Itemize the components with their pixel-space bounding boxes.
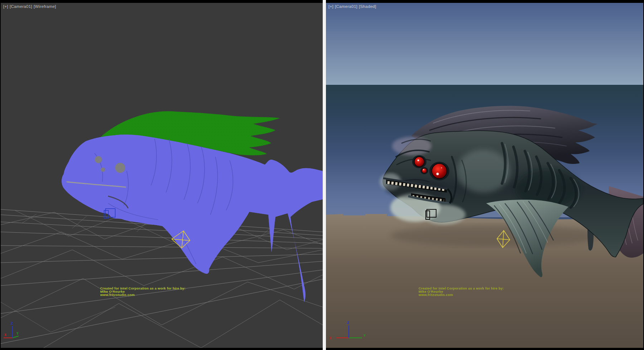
axis-y-label: Y	[364, 334, 366, 338]
ground-grid-wireframe	[1, 209, 323, 348]
viewport-shading-menu[interactable]: [Wireframe]	[34, 4, 56, 9]
wireframe-scene-canvas[interactable]: Created for Intel Corporation as a work …	[1, 3, 323, 348]
shaded-scene-canvas[interactable]: Created for Intel Corporation as a work …	[326, 3, 643, 348]
fish-shadow	[390, 225, 605, 246]
viewport-general-menu[interactable]: [+]	[3, 4, 8, 9]
axis-z-label: Z	[347, 321, 349, 325]
axis-z-label: Z	[11, 322, 13, 326]
axis-y-label: Y	[16, 332, 19, 336]
eye-medium	[414, 157, 424, 167]
scene-watermark: Created for Intel Corporation as a work …	[100, 286, 185, 297]
viewport-pov-menu[interactable]: [Camera01]	[10, 4, 32, 9]
world-axis-tripod: X Y Z	[4, 322, 19, 338]
viewport-wireframe[interactable]: Created for Intel Corporation as a work …	[1, 3, 323, 348]
eye-small	[422, 168, 427, 173]
axis-x-label: X	[4, 333, 6, 337]
svg-text:www.fritzstudio.com: www.fritzstudio.com	[100, 293, 135, 297]
viewport-shading-menu[interactable]: [Shaded]	[359, 4, 376, 9]
viewport-pov-menu[interactable]: [Camera01]	[335, 4, 357, 9]
viewport-shaded[interactable]: Created for Intel Corporation as a work …	[326, 3, 643, 348]
fish-body-wireframe[interactable]	[62, 135, 323, 302]
axis-x-label: X	[330, 336, 332, 340]
svg-text:www.fritzstudio.com: www.fritzstudio.com	[418, 293, 453, 297]
eye-large	[432, 164, 447, 179]
viewport-general-menu[interactable]: [+]	[328, 4, 333, 9]
viewport-label-right: [+] [Camera01] [Shaded]	[328, 4, 376, 9]
sky-gradient	[326, 3, 643, 85]
viewport-label-left: [+] [Camera01] [Wireframe]	[3, 4, 56, 9]
viewport-splitter[interactable]	[323, 0, 326, 350]
dual-viewport-stage: Created for Intel Corporation as a work …	[0, 0, 644, 350]
